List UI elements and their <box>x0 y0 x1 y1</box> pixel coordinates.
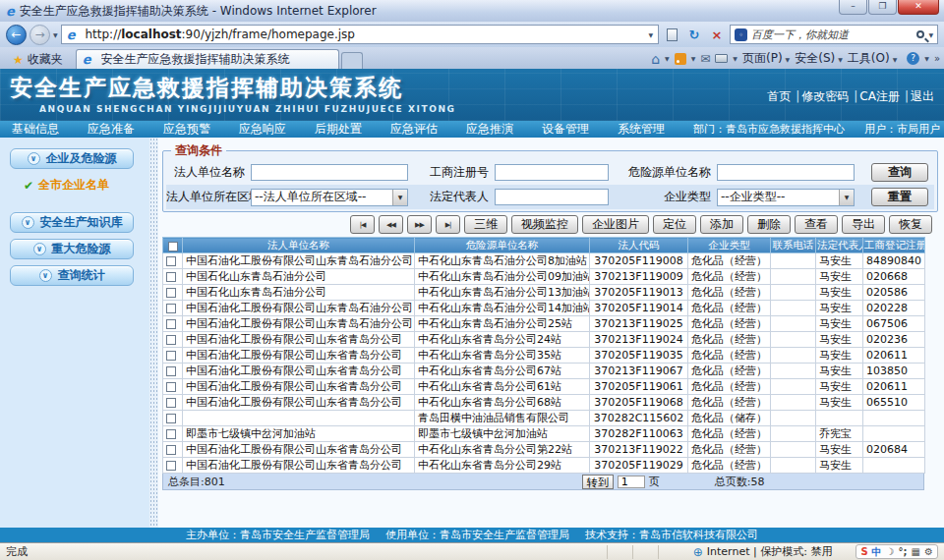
cell: 危化品（经营） <box>688 379 771 395</box>
page-number-input[interactable] <box>618 476 645 488</box>
home-dropdown-icon[interactable]: ▼ <box>665 55 670 62</box>
help-dropdown-icon[interactable]: ▼ <box>924 55 929 62</box>
command-menu-item[interactable]: 工具(O) <box>848 51 890 65</box>
menu-dropdown-icon[interactable]: ▼ <box>893 56 898 63</box>
address-field[interactable]: e http://localhost:90/yjzh/frame/homepag… <box>61 25 659 44</box>
menu-item[interactable]: 应急评估 <box>390 121 438 138</box>
menu-item[interactable]: 系统管理 <box>618 121 665 138</box>
select-field[interactable]: --企业类型--▼ <box>717 189 855 206</box>
menu-item[interactable]: 基础信息 <box>12 121 59 138</box>
header-link[interactable]: CA注册 <box>859 89 900 103</box>
search-box[interactable]: ◦ 百度一下，你就知道 ▼ <box>730 25 938 44</box>
print-dropdown-icon[interactable]: ▼ <box>733 55 738 62</box>
toolbar-button[interactable]: 查看 <box>795 215 838 234</box>
mail-icon[interactable]: ✉ <box>700 52 710 66</box>
menu-item[interactable]: 设备管理 <box>542 121 589 138</box>
checkbox[interactable] <box>166 319 176 329</box>
sidebar-group-button[interactable]: ∨查询统计 <box>10 265 134 286</box>
soft-keyboard-icon[interactable]: ▦ <box>912 545 920 558</box>
menu-item[interactable]: 应急预警 <box>163 121 210 138</box>
address-dropdown-icon[interactable]: ▼ <box>648 31 653 38</box>
checkbox[interactable] <box>166 272 176 282</box>
chinese-mode-icon[interactable]: 中 <box>872 545 882 558</box>
goto-page-button[interactable]: 转到 <box>582 475 614 489</box>
print-icon[interactable] <box>715 54 728 63</box>
ime-settings-icon[interactable]: ⚙ <box>924 545 933 558</box>
sogou-logo-icon[interactable]: S <box>860 545 867 558</box>
minimize-button[interactable]: – <box>839 0 867 15</box>
menu-item[interactable]: 应急响应 <box>239 121 286 138</box>
toolbar-button[interactable]: 删除 <box>747 215 791 234</box>
refresh-button[interactable]: ↻ <box>684 25 704 44</box>
punctuation-mode-icon[interactable]: °; <box>899 545 908 558</box>
menu-item[interactable]: 应急准备 <box>88 121 135 138</box>
close-button[interactable]: ✕ <box>898 0 939 15</box>
search-icon[interactable] <box>916 30 924 38</box>
checkbox[interactable] <box>166 414 176 423</box>
text-input[interactable] <box>251 164 408 181</box>
menu-item[interactable]: 应急推演 <box>466 121 513 138</box>
checkbox[interactable] <box>166 351 176 361</box>
favorites-button[interactable]: ★ 收藏夹 <box>4 50 72 69</box>
toolbar-button[interactable]: 定位 <box>653 215 696 234</box>
sidebar-item[interactable]: ✔全市企业名单 <box>10 175 149 212</box>
pager-button[interactable]: ▶▶ <box>407 215 432 234</box>
toolbar-button[interactable]: 添加 <box>700 215 743 234</box>
checkbox[interactable] <box>166 429 176 439</box>
text-input[interactable] <box>495 164 609 181</box>
help-icon[interactable]: ? <box>907 52 919 65</box>
maximize-button[interactable]: ❐ <box>868 0 897 15</box>
toolbar-button[interactable]: 视频监控 <box>511 215 578 234</box>
toolbar-button[interactable]: 导出 <box>842 215 885 234</box>
home-icon[interactable]: ⌂ <box>651 51 660 67</box>
sidebar-group-button[interactable]: ∨安全生产知识库 <box>10 212 134 233</box>
cell: 中石化山东省青岛分公司第22站 <box>415 442 590 458</box>
menu-dropdown-icon[interactable]: ▼ <box>786 56 791 63</box>
select-field[interactable]: --法人单位所在区域--▼ <box>251 189 408 206</box>
checkbox[interactable] <box>166 366 176 376</box>
checkbox[interactable] <box>166 335 176 345</box>
text-input[interactable] <box>495 189 609 205</box>
checkbox[interactable] <box>168 242 178 252</box>
active-tab[interactable]: e 安全生产应急救援指挥辅助决策系统 <box>76 49 339 69</box>
row-select-cell <box>163 442 183 458</box>
new-tab-stub[interactable] <box>341 52 363 69</box>
half-shape-icon[interactable]: ☽ <box>886 545 895 558</box>
search-input-text[interactable]: 百度一下，你就知道 <box>751 28 913 42</box>
search-options-icon[interactable]: ▼ <box>928 31 933 38</box>
compatibility-view-button[interactable] <box>662 25 681 44</box>
pager-button[interactable]: ◀◀ <box>379 215 403 234</box>
toolbar-overflow-chevron[interactable]: » <box>934 53 940 64</box>
header-link[interactable]: 首页 <box>767 89 791 103</box>
checkbox[interactable] <box>166 288 176 298</box>
sidebar-group-button[interactable]: ∨企业及危险源 <box>10 148 134 169</box>
toolbar-button[interactable]: 企业图片 <box>582 215 649 234</box>
search-button[interactable]: 查询 <box>871 163 928 182</box>
rss-icon[interactable] <box>675 53 686 65</box>
checkbox[interactable] <box>166 256 176 266</box>
toolbar-button[interactable]: 三维 <box>464 215 507 234</box>
stop-button[interactable]: × <box>707 25 727 44</box>
sidebar-group-button[interactable]: ∨重大危险源 <box>10 239 134 259</box>
checkbox[interactable] <box>166 304 176 313</box>
command-menu-item[interactable]: 安全(S) <box>795 51 835 65</box>
text-input[interactable] <box>717 164 855 181</box>
checkbox[interactable] <box>166 398 176 408</box>
checkbox[interactable] <box>166 445 176 455</box>
checkbox[interactable] <box>166 461 176 471</box>
command-menu-item[interactable]: 页面(P) <box>742 51 783 65</box>
reset-button[interactable]: 重置 <box>871 188 928 206</box>
sidebar-splitter[interactable] <box>149 138 158 528</box>
history-dropdown-icon[interactable]: ▼ <box>53 31 58 38</box>
toolbar-button[interactable]: 恢复 <box>889 215 932 234</box>
header-link[interactable]: 退出 <box>911 89 934 103</box>
forward-button[interactable]: → <box>30 25 50 45</box>
menu-item[interactable]: 后期处置 <box>315 121 362 138</box>
header-link[interactable]: 修改密码 <box>801 89 849 103</box>
rss-dropdown-icon[interactable]: ▼ <box>691 55 696 62</box>
menu-dropdown-icon[interactable]: ▼ <box>838 56 843 63</box>
pager-button[interactable]: ▶| <box>436 215 460 234</box>
back-button[interactable]: ← <box>6 25 27 45</box>
checkbox[interactable] <box>166 382 176 392</box>
pager-button[interactable]: |◀ <box>350 215 375 234</box>
